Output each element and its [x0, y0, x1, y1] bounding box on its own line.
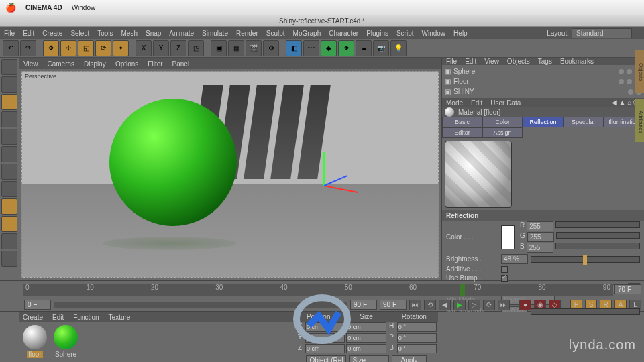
play-button[interactable]: ▶: [453, 300, 466, 310]
object-mode-button[interactable]: [1, 111, 17, 127]
om-view[interactable]: View: [484, 58, 499, 65]
material-floor[interactable]: floor: [21, 325, 48, 358]
mm-create[interactable]: Create: [23, 314, 43, 321]
r-slider[interactable]: [555, 221, 640, 228]
render-view-button[interactable]: ▣: [211, 40, 227, 56]
pos-z[interactable]: [305, 344, 345, 353]
menu-snap[interactable]: Snap: [146, 29, 161, 37]
rotate-tool[interactable]: ⟳: [95, 40, 111, 56]
viewport[interactable]: Perspective: [21, 71, 439, 278]
mm-function[interactable]: Function: [73, 314, 99, 321]
texture-mode-button[interactable]: [1, 94, 17, 110]
prev-frame-button[interactable]: ◀: [439, 300, 451, 310]
generator-button[interactable]: ◆: [321, 40, 337, 56]
menu-script[interactable]: Script: [396, 29, 414, 37]
make-editable-button[interactable]: [1, 59, 17, 75]
last-tool[interactable]: ✦: [113, 40, 129, 56]
menu-tools[interactable]: Tools: [97, 29, 113, 37]
pos-y[interactable]: [305, 333, 345, 343]
primitive-cube-button[interactable]: ◧: [286, 40, 302, 56]
scale-tool[interactable]: ◱: [78, 40, 94, 56]
om-edit[interactable]: Edit: [465, 58, 476, 65]
environment-button[interactable]: ☁: [356, 40, 372, 56]
goto-end-button[interactable]: ⏭: [498, 300, 510, 310]
tab-specular[interactable]: Specular: [564, 117, 604, 127]
render-picture-button[interactable]: 🎬: [246, 40, 262, 56]
mac-menu-window[interactable]: Window: [72, 4, 96, 11]
point-mode-button[interactable]: [1, 129, 17, 145]
locked-workplane-button[interactable]: [1, 251, 17, 267]
camera-button[interactable]: 📷: [373, 40, 389, 56]
tab-color[interactable]: Color: [482, 117, 523, 127]
material-sphere[interactable]: Sphere: [52, 325, 79, 358]
color-swatch[interactable]: [501, 225, 515, 249]
am-edit[interactable]: Edit: [471, 99, 482, 107]
render-settings-button[interactable]: ⚙: [263, 40, 279, 56]
vp-menu-cameras[interactable]: Cameras: [48, 60, 75, 68]
menu-edit[interactable]: Edit: [23, 29, 34, 37]
axis-z-button[interactable]: Z: [170, 40, 186, 56]
material-preview[interactable]: [445, 141, 512, 208]
edge-mode-button[interactable]: [1, 146, 17, 162]
prev-key-button[interactable]: ⟲: [424, 300, 436, 310]
gizmo-axis[interactable]: [311, 145, 364, 199]
tab-assign[interactable]: Assign: [482, 127, 523, 138]
object-row-sphere[interactable]: ▣Sphere: [445, 66, 641, 76]
axis-x-button[interactable]: X: [136, 40, 152, 56]
coord-size-select[interactable]: Size: [349, 355, 389, 362]
light-button[interactable]: 💡: [390, 40, 407, 56]
coord-apply-button[interactable]: Apply: [392, 355, 426, 362]
render-region-button[interactable]: ▦: [228, 40, 244, 56]
rot-p[interactable]: [397, 333, 437, 343]
vp-menu-panel[interactable]: Panel: [172, 60, 190, 68]
sidetab-attributes[interactable]: Attributes: [635, 99, 644, 142]
coord-sys-button[interactable]: ◳: [188, 40, 204, 56]
am-mode[interactable]: Mode: [446, 99, 463, 107]
additive-checkbox[interactable]: [501, 266, 508, 273]
tab-editor[interactable]: Editor: [442, 127, 482, 138]
timeline-playhead[interactable]: [460, 284, 465, 296]
am-userdata[interactable]: User Data: [490, 99, 521, 107]
menu-sculpt[interactable]: Sculpt: [266, 29, 285, 37]
menu-create[interactable]: Create: [42, 29, 62, 37]
sidetab-objects[interactable]: Objects: [635, 50, 644, 93]
mac-app-name[interactable]: CINEMA 4D: [25, 4, 62, 11]
coord-mode-select[interactable]: Object (Rel: [306, 355, 346, 362]
spline-button[interactable]: 〰: [303, 40, 319, 56]
menu-render[interactable]: Render: [236, 29, 258, 37]
redo-button[interactable]: ↷: [20, 40, 36, 56]
menu-select[interactable]: Select: [70, 29, 89, 37]
om-file[interactable]: File: [446, 58, 457, 65]
next-key-button[interactable]: ⟳: [483, 300, 495, 310]
timeline-end[interactable]: 70 F: [614, 284, 641, 294]
size-x[interactable]: [346, 322, 386, 332]
om-bookmarks[interactable]: Bookmarks: [560, 58, 594, 65]
r-field[interactable]: 255: [527, 221, 553, 231]
apple-icon[interactable]: 🍎: [5, 3, 16, 13]
range-start[interactable]: 0 F: [24, 300, 51, 310]
g-slider[interactable]: [556, 232, 640, 239]
axis-y-button[interactable]: Y: [153, 40, 169, 56]
size-z[interactable]: [346, 344, 386, 353]
om-tags[interactable]: Tags: [538, 58, 552, 65]
rot-b[interactable]: [397, 344, 437, 353]
tab-basic[interactable]: Basic: [442, 117, 482, 127]
record-button[interactable]: ●: [519, 300, 531, 310]
menu-character[interactable]: Character: [329, 29, 358, 37]
b-field[interactable]: 255: [527, 243, 553, 253]
om-objects[interactable]: Objects: [507, 58, 530, 65]
vp-menu-display[interactable]: Display: [84, 60, 106, 68]
axis-mode-button[interactable]: [1, 181, 17, 197]
layout-select[interactable]: Standard: [572, 28, 632, 38]
menu-animate[interactable]: Animate: [169, 29, 194, 37]
menu-plugins[interactable]: Plugins: [366, 29, 388, 37]
pos-x[interactable]: [305, 322, 345, 332]
tab-reflection[interactable]: Reflection: [523, 117, 563, 127]
range-total[interactable]: 90 F: [380, 300, 407, 310]
range-slider[interactable]: [54, 302, 347, 308]
g-field[interactable]: 255: [527, 232, 554, 242]
workplane-button[interactable]: [1, 233, 17, 249]
model-mode-button[interactable]: [1, 76, 17, 93]
snap-button[interactable]: [1, 216, 17, 232]
menu-mesh[interactable]: Mesh: [121, 29, 138, 37]
